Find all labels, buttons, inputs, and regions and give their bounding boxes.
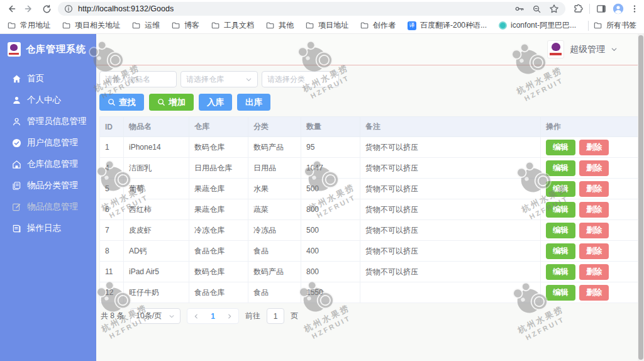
cell-note: 货物不可以挤压 (360, 220, 541, 241)
edit-button[interactable]: 编辑 (546, 264, 575, 280)
chevron-left-icon (193, 313, 199, 319)
bookmarks-bar: 常用地址 项目相关地址 运维 博客 工具文档 其他 项目地址 创作者 译 百度翻… (0, 18, 644, 34)
cell-warehouse: 食品仓库 (189, 282, 248, 303)
scrollbar-thumb[interactable] (638, 35, 643, 360)
sidebar-item-user-info[interactable]: 用户信息管理 (0, 132, 96, 153)
page-size-select[interactable]: 10条/页 (130, 308, 180, 324)
edit-button[interactable]: 编辑 (546, 285, 575, 301)
table-body: 1 iPhone14 数码仓库 数码产品 95 货物不可以挤压 编辑 删除 4 … (100, 137, 640, 303)
sidebar-item-operation-log[interactable]: 操作日志 (0, 218, 96, 239)
next-page-button[interactable] (221, 313, 238, 319)
edit-button[interactable]: 编辑 (546, 181, 575, 197)
delete-button[interactable]: 删除 (579, 140, 609, 155)
prev-page-button[interactable] (187, 313, 205, 319)
outbound-button[interactable]: 出库 (237, 94, 270, 111)
delete-button[interactable]: 删除 (579, 243, 609, 259)
chevron-down-icon (245, 76, 252, 83)
delete-button[interactable]: 删除 (579, 202, 609, 218)
delete-button[interactable]: 删除 (579, 181, 609, 197)
cell-category: 冷冻品 (248, 220, 301, 241)
search-button[interactable]: 查找 (99, 94, 144, 111)
extensions-icon[interactable] (573, 4, 583, 14)
edit-button[interactable]: 编辑 (546, 243, 575, 259)
side-panel-icon[interactable] (596, 4, 606, 14)
cell-note: 货物不可以挤压 (360, 137, 541, 158)
delete-button[interactable]: 删除 (579, 223, 609, 238)
sidebar-menu: 首页 个人中心 管理员信息管理 用户信息管理 仓库信息管理 物品分类管理 (0, 68, 96, 239)
edit-button[interactable]: 编辑 (546, 160, 575, 176)
site-info-icon[interactable] (64, 4, 73, 13)
inbound-button[interactable]: 入库 (199, 94, 232, 111)
warehouse-select[interactable]: 请选择仓库 (180, 71, 258, 87)
zoom-icon[interactable] (532, 4, 541, 14)
cell-name: iPhone14 (124, 137, 189, 158)
search-icon (108, 98, 116, 106)
cell-qty: 500 (301, 220, 360, 241)
all-bookmarks-button[interactable]: 所有书签 (594, 20, 636, 31)
goto-page-input[interactable] (267, 308, 284, 324)
table-row: 6 西红柿 果蔬仓库 蔬菜 800 货物不可以挤压 编辑 删除 (100, 199, 640, 220)
address-bar[interactable]: http://localhost:9132/Goods (58, 2, 565, 16)
app-brand: 仓库管理系统 (0, 34, 96, 59)
action-bar: 查找 增加 入库 出库 (96, 87, 644, 116)
delete-button[interactable]: 删除 (579, 264, 609, 280)
sidebar-item-warehouse-info[interactable]: 仓库信息管理 (0, 153, 96, 175)
browser-toolbar: http://localhost:9132/Goods (0, 0, 644, 18)
toolbar-divider (589, 4, 590, 14)
chrome-menu-icon[interactable] (630, 4, 639, 13)
refresh-icon[interactable] (40, 3, 53, 15)
bookmark-folder[interactable]: 运维 (132, 20, 160, 31)
table-row: 4 洁面乳 日用品仓库 日用品 1047 货物不可以挤压 编辑 删除 (100, 158, 640, 179)
translate-favicon-icon: 译 (408, 21, 416, 30)
delete-button[interactable]: 删除 (579, 285, 609, 301)
sidebar-item-admin-info[interactable]: 管理员信息管理 (0, 111, 96, 132)
bookmark-folder[interactable]: 项目地址 (306, 20, 348, 31)
bookmark-folder[interactable]: 其他 (266, 20, 294, 31)
topbar: 超级管理 (96, 34, 644, 65)
warehouse-icon (11, 159, 21, 169)
col-header-category: 分类 (248, 117, 301, 137)
cell-category: 数码产品 (248, 137, 301, 158)
delete-button[interactable]: 删除 (579, 160, 609, 176)
col-header-qty: 数量 (301, 117, 360, 137)
cell-id: 1 (100, 137, 124, 158)
add-button[interactable]: 增加 (149, 94, 194, 111)
cell-id: 8 (100, 241, 124, 262)
cell-note: 货物不可以挤压 (360, 241, 541, 262)
sidebar-item-goods-info[interactable]: 物品信息管理 (0, 196, 96, 218)
forward-icon[interactable] (23, 3, 35, 15)
category-select[interactable]: 请选择分类 (262, 71, 339, 87)
app-logo-icon (8, 42, 21, 57)
edit-button[interactable]: 编辑 (546, 202, 575, 218)
bookmark-folder[interactable]: 创作者 (360, 20, 396, 31)
cell-qty: 400 (301, 241, 360, 262)
profile-avatar-icon[interactable] (613, 3, 624, 14)
bookmark-folder[interactable]: 工具文档 (211, 20, 254, 31)
bookmark-folder[interactable]: 常用地址 (8, 20, 50, 31)
bookmark-star-icon[interactable] (549, 4, 559, 14)
cell-id: 11 (100, 262, 124, 282)
cell-note (360, 282, 541, 303)
sidebar-item-goods-category[interactable]: 物品分类管理 (0, 175, 96, 196)
bookmark-folder[interactable]: 项目相关地址 (62, 20, 120, 31)
sidebar-item-profile[interactable]: 个人中心 (0, 89, 96, 111)
cell-name: 西红柿 (124, 199, 189, 220)
bookmark-folder[interactable]: 博客 (172, 20, 199, 31)
chevron-down-icon[interactable] (611, 46, 618, 53)
edit-button[interactable]: 编辑 (546, 140, 575, 155)
cell-warehouse: 冷冻仓库 (189, 220, 248, 241)
cell-category: 蔬菜 (248, 199, 301, 220)
goods-name-input[interactable] (105, 75, 171, 84)
page-scrollbar[interactable] (638, 34, 644, 361)
cell-ops: 编辑 删除 (541, 199, 640, 220)
password-key-icon[interactable] (514, 4, 525, 14)
current-page[interactable]: 1 (205, 312, 221, 321)
bookmark-iconfont[interactable]: iconfont-阿里巴巴... (499, 20, 576, 31)
bookmark-baidu-translate[interactable]: 译 百度翻译-200种语... (408, 20, 487, 31)
back-icon[interactable] (5, 3, 18, 15)
user-menu[interactable]: 超级管理 (570, 44, 605, 55)
browser-chrome: http://localhost:9132/Goods (0, 0, 644, 34)
edit-button[interactable]: 编辑 (546, 223, 575, 238)
category-icon (11, 181, 21, 191)
sidebar-item-home[interactable]: 首页 (0, 68, 96, 89)
